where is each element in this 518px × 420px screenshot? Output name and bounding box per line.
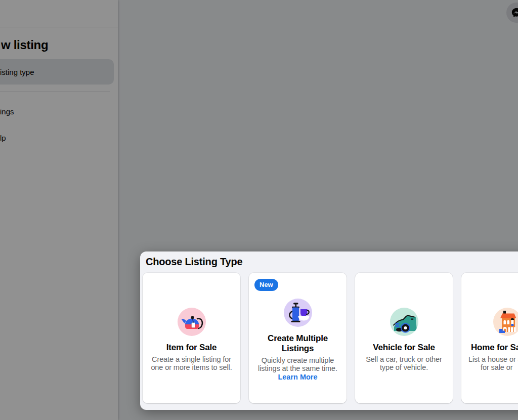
card-description-line2: for sale or bbox=[481, 363, 512, 371]
new-badge: New bbox=[254, 279, 278, 291]
house-icon bbox=[493, 308, 518, 336]
card-home-for-sale[interactable]: Home for Sale List a house or a for sale… bbox=[461, 273, 518, 403]
learn-more-link[interactable]: Learn More bbox=[278, 373, 317, 381]
card-title: Home for Sale bbox=[471, 343, 518, 353]
card-vehicle-for-sale[interactable]: Vehicle for Sale Sell a car, truck or ot… bbox=[355, 273, 453, 403]
modal-title: Choose Listing Type bbox=[140, 251, 518, 267]
card-item-for-sale[interactable]: Item for Sale Create a single listing fo… bbox=[143, 273, 240, 403]
teapot-icon bbox=[178, 308, 206, 336]
coffee-press-icon bbox=[284, 299, 312, 327]
card-description: Sell a car, truck or other type of vehic… bbox=[359, 355, 449, 371]
card-title: Item for Sale bbox=[166, 343, 217, 353]
card-create-multiple-listings[interactable]: New Create Multiple Li bbox=[249, 273, 347, 403]
card-description-line1: List a house or a bbox=[468, 355, 518, 363]
card-description: Create a single listing for one or more … bbox=[147, 355, 236, 371]
choose-listing-type-modal: Choose Listing Type Item fo bbox=[140, 251, 518, 410]
listing-type-cards: Item for Sale Create a single listing fo… bbox=[143, 273, 518, 403]
marketplace-create-listing-screen: w listing isting type ings lp Choose Lis… bbox=[0, 0, 518, 420]
car-icon bbox=[390, 308, 418, 336]
card-title: Create Multiple Listings bbox=[254, 333, 341, 354]
card-description: Quickly create multiple listings at the … bbox=[253, 356, 342, 372]
card-title: Vehicle for Sale bbox=[373, 343, 435, 353]
